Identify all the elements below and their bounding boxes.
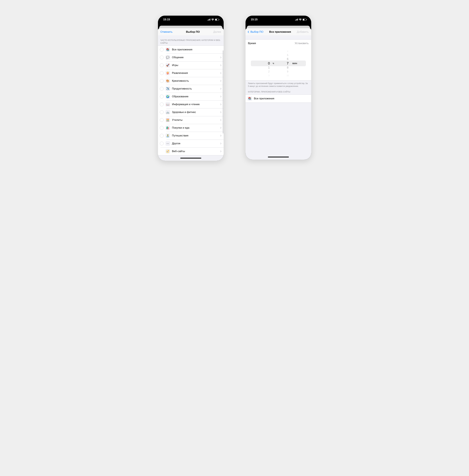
svg-rect-2 bbox=[209, 19, 210, 20]
modal-sheet: Выбор ПО Все приложения Добавить Время У… bbox=[245, 28, 311, 160]
chevron-right-icon bbox=[220, 103, 221, 105]
radio-unchecked-icon[interactable] bbox=[160, 118, 163, 122]
nav-bar: Отменить Выбор ПО Далее bbox=[158, 28, 224, 35]
time-set-action: Установить bbox=[295, 42, 308, 45]
category-list: 📚Все приложения💬Общение🚀Игры🍿Развлечения… bbox=[158, 46, 224, 155]
category-row[interactable]: 🛍️Покупки и еда bbox=[158, 124, 224, 132]
radio-unchecked-icon[interactable] bbox=[160, 55, 163, 59]
radio-unchecked-icon[interactable] bbox=[160, 134, 163, 137]
radio-unchecked-icon[interactable] bbox=[160, 87, 163, 91]
hours-unit: ч bbox=[273, 62, 274, 65]
chevron-right-icon bbox=[220, 127, 221, 129]
category-row[interactable]: 🌍Образование bbox=[158, 93, 224, 101]
category-icon: 🧭 bbox=[165, 149, 170, 154]
chevron-right-icon bbox=[220, 96, 221, 97]
app-label: Все приложения bbox=[254, 97, 309, 100]
chevron-right-icon bbox=[220, 80, 221, 82]
category-label: Здоровье и фитнес bbox=[172, 111, 219, 114]
radio-unchecked-icon[interactable] bbox=[160, 126, 163, 130]
scrollbar[interactable] bbox=[223, 51, 223, 134]
add-button[interactable]: Добавить bbox=[297, 30, 308, 34]
category-row[interactable]: ✈️Продуктивность bbox=[158, 85, 224, 93]
next-button[interactable]: Далее bbox=[213, 30, 221, 34]
content-scroll[interactable]: Время Установить 0 1 2 3 ч bbox=[245, 35, 311, 154]
chevron-right-icon bbox=[220, 119, 221, 121]
category-row[interactable]: 📖Информация и чтение bbox=[158, 101, 224, 108]
status-time: 15:15 bbox=[251, 18, 258, 21]
category-row[interactable]: 📚Все приложения bbox=[158, 46, 224, 53]
cellular-signal-icon bbox=[295, 19, 298, 20]
cellular-signal-icon bbox=[208, 19, 210, 20]
category-row[interactable]: 🚲Здоровье и фитнес bbox=[158, 108, 224, 116]
hours-selected: 0 bbox=[268, 61, 270, 66]
category-icon: 📚 bbox=[165, 47, 170, 52]
content-scroll[interactable]: ЧАСТО ИСПОЛЬЗУЕМЫЕ ПРИЛОЖЕНИЯ, КАТЕГОРИИ… bbox=[158, 35, 224, 155]
svg-rect-12 bbox=[303, 19, 304, 20]
radio-unchecked-icon[interactable] bbox=[160, 71, 163, 75]
category-row[interactable]: ⋯Другое bbox=[158, 140, 224, 147]
time-picker[interactable]: 0 1 2 3 ч 4 5 6 7 8 9 10 ми bbox=[245, 47, 311, 80]
radio-unchecked-icon[interactable] bbox=[160, 110, 163, 114]
category-icon: 🍿 bbox=[165, 71, 170, 75]
category-label: Игры bbox=[172, 64, 219, 67]
nav-bar: Выбор ПО Все приложения Добавить bbox=[245, 28, 311, 35]
radio-unchecked-icon[interactable] bbox=[160, 102, 163, 106]
chevron-right-icon bbox=[220, 111, 221, 113]
category-icon: 📖 bbox=[165, 102, 170, 107]
radio-unchecked-icon[interactable] bbox=[160, 95, 163, 98]
svg-rect-7 bbox=[295, 20, 296, 20]
category-row[interactable]: 🏝️Путешествия bbox=[158, 132, 224, 140]
app-icon: 📚 bbox=[247, 96, 252, 101]
category-row[interactable]: 🧭Веб-сайты bbox=[158, 147, 224, 155]
category-icon: 💬 bbox=[165, 55, 170, 60]
chevron-right-icon bbox=[220, 88, 221, 89]
svg-rect-13 bbox=[307, 19, 307, 20]
minutes-unit: мин bbox=[292, 62, 297, 65]
category-label: Общение bbox=[172, 56, 219, 59]
phone-right-set-limit: 15:15 Выбор ПО Все приложения Добавить bbox=[245, 16, 311, 160]
svg-rect-6 bbox=[219, 19, 219, 20]
chevron-right-icon bbox=[220, 143, 221, 144]
chevron-right-icon bbox=[220, 135, 221, 136]
radio-unchecked-icon[interactable] bbox=[160, 142, 163, 145]
category-row[interactable]: 💬Общение bbox=[158, 53, 224, 61]
minutes-selected: 7 bbox=[287, 61, 289, 66]
nav-title: Все приложения bbox=[269, 30, 291, 34]
section-header: ЧАСТО ИСПОЛЬЗУЕМЫЕ ПРИЛОЖЕНИЯ, КАТЕГОРИИ… bbox=[158, 35, 224, 46]
radio-unchecked-icon[interactable] bbox=[160, 63, 163, 67]
radio-unchecked-icon[interactable] bbox=[160, 79, 163, 83]
category-label: Информация и чтение bbox=[172, 103, 219, 106]
svg-rect-10 bbox=[297, 19, 298, 20]
category-row[interactable]: 🧮Утилиты bbox=[158, 116, 224, 124]
home-indicator[interactable] bbox=[158, 155, 224, 161]
hours-wheel[interactable]: 0 1 2 3 bbox=[259, 49, 278, 77]
time-row[interactable]: Время Установить bbox=[245, 39, 311, 47]
category-label: Образование bbox=[172, 95, 219, 98]
svg-rect-3 bbox=[210, 19, 210, 20]
category-row[interactable]: 🍿Развлечения bbox=[158, 69, 224, 77]
section-header-2: КАТЕГОРИИ, ПРИЛОЖЕНИЯ И ВЕБ-САЙТЫ bbox=[245, 88, 311, 95]
radio-unchecked-icon[interactable] bbox=[160, 48, 163, 51]
category-label: Продуктивность bbox=[172, 87, 219, 90]
status-indicators bbox=[208, 19, 219, 21]
nav-title: Выбор ПО bbox=[186, 30, 200, 34]
category-label: Другое bbox=[172, 142, 219, 145]
home-indicator[interactable] bbox=[245, 154, 311, 160]
back-label: Выбор ПО bbox=[251, 30, 263, 34]
modal-sheet: Отменить Выбор ПО Далее ЧАСТО ИСПОЛЬЗУЕМ… bbox=[158, 28, 224, 161]
category-row[interactable]: 🚀Игры bbox=[158, 61, 224, 69]
chevron-right-icon bbox=[220, 150, 221, 152]
chevron-right-icon bbox=[220, 64, 221, 66]
cancel-button[interactable]: Отменить bbox=[161, 30, 173, 34]
svg-rect-8 bbox=[296, 19, 296, 20]
category-icon: 🏝️ bbox=[165, 133, 170, 138]
back-button[interactable]: Выбор ПО bbox=[248, 30, 263, 34]
category-row[interactable]: 🎨Креативность bbox=[158, 77, 224, 85]
category-label: Развлечения bbox=[172, 71, 219, 75]
status-time: 15:15 bbox=[163, 18, 170, 21]
chevron-right-icon bbox=[220, 72, 221, 74]
category-icon: ✈️ bbox=[165, 86, 170, 91]
svg-rect-5 bbox=[215, 19, 217, 20]
selected-app-row[interactable]: 📚Все приложения bbox=[245, 95, 311, 102]
category-label: Покупки и еда bbox=[172, 126, 219, 129]
